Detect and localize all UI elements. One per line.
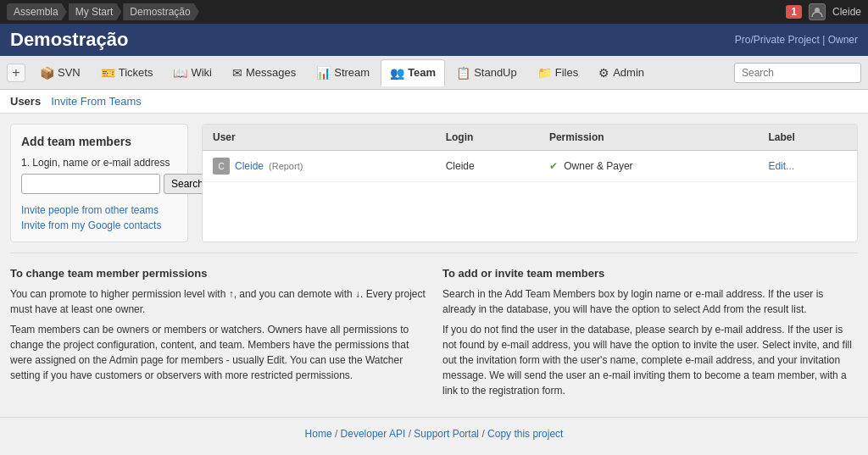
files-icon: 📁 <box>537 66 552 80</box>
invite-from-other-teams-link[interactable]: Invite people from other teams <box>21 204 177 216</box>
table-row: C Cleide (Report) Cleide ✔ Owner & Payer… <box>203 151 857 182</box>
tab-tickets[interactable]: 🎫 Tickets <box>92 59 163 86</box>
user-name-link[interactable]: Cleide <box>235 160 264 172</box>
tab-wiki-label: Wiki <box>191 66 212 79</box>
messages-icon: ✉ <box>232 66 242 80</box>
permission-value: Owner & Payer <box>564 160 632 172</box>
sub-nav: Users Invite From Teams <box>0 90 868 114</box>
table-header-row: User Login Permission Label <box>203 125 857 151</box>
panel-search-row: Search <box>21 174 177 194</box>
tab-standup[interactable]: 📋 StandUp <box>447 59 526 86</box>
info-left: To change team member permissions You ca… <box>10 267 426 403</box>
info-right-title: To add or invite team members <box>442 267 858 280</box>
footer: Home / Developer API / Support Portal / … <box>0 417 868 450</box>
info-left-para2: Team members can be owners or members or… <box>10 322 426 383</box>
breadcrumb: Assembla My Start Demostração <box>7 3 786 20</box>
add-tab-button[interactable]: + <box>7 64 25 82</box>
tab-tickets-label: Tickets <box>119 66 153 79</box>
notification-badge[interactable]: 1 <box>786 5 802 19</box>
top-bar-right: 1 Cleide <box>786 3 861 20</box>
user-tag: (Report) <box>269 161 303 171</box>
permission-cell: ✔ Owner & Payer <box>539 151 759 182</box>
avatar: C <box>213 158 230 175</box>
project-header: Demostração Pro/Private Project | Owner <box>0 24 868 56</box>
tab-svn[interactable]: 📦 SVN <box>31 59 90 86</box>
col-label: Label <box>758 125 857 151</box>
team-icon: 👥 <box>390 66 404 80</box>
info-right: To add or invite team members Search in … <box>442 267 858 403</box>
tab-standup-label: StandUp <box>474 66 517 79</box>
search-input[interactable] <box>734 63 861 83</box>
footer-devapi-link[interactable]: Developer API <box>341 428 406 440</box>
permission-check-icon: ✔ <box>549 160 558 172</box>
info-right-para2: If you do not find the user in the datab… <box>442 322 858 398</box>
breadcrumb-assembla[interactable]: Assembla <box>7 3 67 20</box>
wiki-icon: 📖 <box>173 66 187 80</box>
admin-icon: ⚙ <box>598 66 609 80</box>
footer-support-link[interactable]: Support Portal <box>414 428 479 440</box>
invite-from-google-link[interactable]: Invite from my Google contacts <box>21 219 177 231</box>
nav-tabs: + 📦 SVN 🎫 Tickets 📖 Wiki ✉ Messages 📊 St… <box>0 56 868 90</box>
tickets-icon: 🎫 <box>101 66 115 80</box>
invite-from-teams-link[interactable]: Invite From Teams <box>51 95 142 108</box>
tab-files[interactable]: 📁 Files <box>528 59 587 86</box>
info-right-para1: Search in the Add Team Members box by lo… <box>442 286 858 317</box>
add-team-panel: Add team members 1. Login, name or e-mai… <box>10 124 188 242</box>
tab-wiki[interactable]: 📖 Wiki <box>164 59 221 86</box>
team-table: User Login Permission Label C Cleide (Re… <box>203 125 857 182</box>
tab-admin-label: Admin <box>613 66 644 79</box>
tab-stream-label: Stream <box>334 66 370 79</box>
edit-link[interactable]: Edit... <box>768 160 794 172</box>
label-cell: Edit... <box>758 151 857 182</box>
panel-title: Add team members <box>21 135 177 148</box>
panel-links: Invite people from other teams Invite fr… <box>21 204 177 231</box>
col-permission: Permission <box>539 125 759 151</box>
member-search-input[interactable] <box>21 174 160 194</box>
main-content: Add team members 1. Login, name or e-mai… <box>0 114 868 252</box>
standup-icon: 📋 <box>456 66 470 80</box>
footer-copy-link[interactable]: Copy this project <box>487 428 563 440</box>
breadcrumb-project[interactable]: Demostração <box>123 3 198 20</box>
tab-team[interactable]: 👥 Team <box>381 59 445 86</box>
tab-team-label: Team <box>408 66 436 79</box>
stream-icon: 📊 <box>316 66 331 80</box>
tab-files-label: Files <box>555 66 578 79</box>
col-user: User <box>203 125 436 151</box>
tab-stream[interactable]: 📊 Stream <box>307 59 379 86</box>
col-login: Login <box>436 125 539 151</box>
info-left-para1: You can promote to higher permission lev… <box>10 286 426 317</box>
panel-step-label: 1. Login, name or e-mail address <box>21 157 177 169</box>
user-icon <box>809 3 826 20</box>
tab-svn-label: SVN <box>58 66 81 79</box>
info-section: To change team member permissions You ca… <box>0 253 868 417</box>
login-cell: Cleide <box>436 151 539 182</box>
username-label: Cleide <box>832 6 861 18</box>
user-cell: C Cleide (Report) <box>203 151 436 182</box>
project-meta: Pro/Private Project | Owner <box>735 34 858 46</box>
svn-icon: 📦 <box>40 66 54 80</box>
team-table-container: User Login Permission Label C Cleide (Re… <box>202 124 858 242</box>
tab-messages-label: Messages <box>246 66 296 79</box>
subnav-current: Users <box>10 95 41 108</box>
footer-home-link[interactable]: Home <box>305 428 332 440</box>
top-bar: Assembla My Start Demostração 1 Cleide <box>0 0 868 24</box>
info-left-title: To change team member permissions <box>10 267 426 280</box>
project-title: Demostração <box>10 29 128 51</box>
tab-admin[interactable]: ⚙ Admin <box>589 59 654 86</box>
breadcrumb-mystart[interactable]: My Start <box>69 3 122 20</box>
search-box <box>734 63 861 83</box>
tab-messages[interactable]: ✉ Messages <box>223 59 305 86</box>
